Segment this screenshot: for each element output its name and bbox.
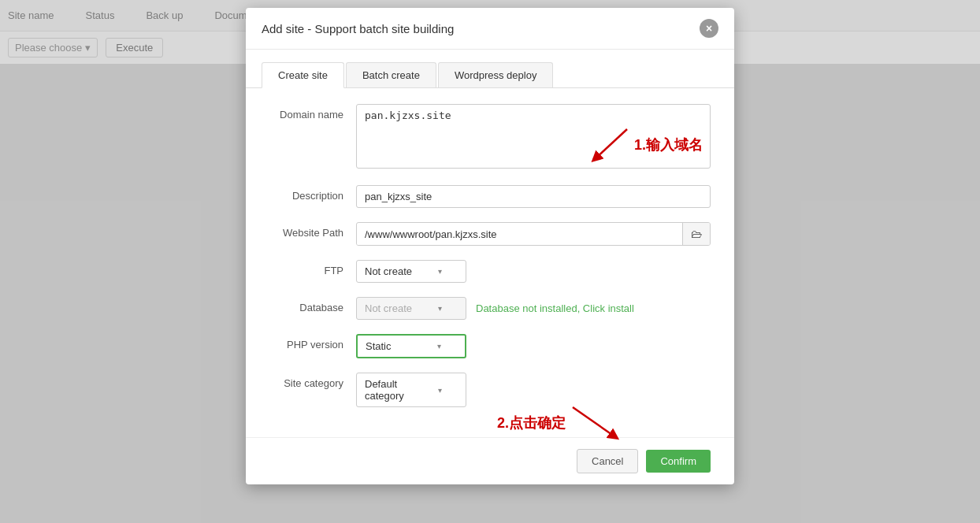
domain-label: Domain name — [269, 104, 356, 121]
database-row: Database Not create ▾ Database not insta… — [269, 297, 711, 320]
modal-title: Add site - Support batch site building — [262, 22, 454, 35]
site-category-select-box[interactable]: Default category ▾ — [356, 373, 466, 407]
database-chevron-icon: ▾ — [438, 304, 442, 313]
modal: Add site - Support batch site building ×… — [246, 8, 734, 484]
site-category-label: Site category — [269, 373, 356, 389]
database-control: Not create ▾ Database not installed, Cli… — [356, 297, 711, 320]
ftp-row: FTP Not create ▾ — [269, 260, 711, 283]
ftp-select-box[interactable]: Not create ▾ — [356, 260, 466, 283]
modal-overlay: Add site - Support batch site building ×… — [0, 0, 980, 523]
php-row: PHP version Static ▾ — [269, 334, 711, 358]
tab-wordpress-deploy[interactable]: Wordpress deploy — [438, 62, 554, 87]
cancel-button[interactable]: Cancel — [577, 449, 638, 473]
confirm-button[interactable]: Confirm — [646, 450, 711, 473]
database-install-link[interactable]: Database not installed, Click install — [476, 302, 634, 314]
form-body: Domain name pan.kjzxs.site — [246, 88, 734, 437]
path-input[interactable] — [357, 224, 682, 245]
php-control: Static ▾ — [356, 334, 711, 358]
php-select-box[interactable]: Static ▾ — [356, 334, 466, 358]
tabs-container: Create site Batch create Wordpress deplo… — [246, 50, 734, 88]
php-chevron-icon: ▾ — [437, 342, 441, 351]
database-label: Database — [269, 297, 356, 313]
ftp-select-value: Not create — [365, 265, 412, 277]
site-category-value: Default category — [365, 378, 438, 402]
ftp-select[interactable]: Not create ▾ — [356, 260, 466, 283]
description-input[interactable] — [356, 185, 711, 208]
tab-create-site[interactable]: Create site — [262, 62, 344, 88]
website-path-row: Website Path 🗁 — [269, 222, 711, 246]
domain-row: Domain name pan.kjzxs.site — [269, 104, 711, 171]
description-control — [356, 185, 711, 208]
database-select-value: Not create — [365, 302, 412, 314]
website-path-control: 🗁 — [356, 222, 711, 246]
close-button[interactable]: × — [700, 19, 718, 38]
ftp-chevron-icon: ▾ — [438, 267, 442, 276]
site-category-select[interactable]: Default category ▾ — [356, 373, 466, 407]
description-row: Description — [269, 185, 711, 208]
modal-footer: 2.点击确定 Cancel Confirm — [246, 437, 734, 484]
folder-button[interactable]: 🗁 — [682, 223, 710, 245]
php-select-value: Static — [366, 340, 392, 352]
modal-header: Add site - Support batch site building × — [246, 8, 734, 50]
ftp-label: FTP — [269, 260, 356, 276]
path-input-wrap: 🗁 — [356, 222, 711, 246]
domain-control: pan.kjzxs.site 1.输入域名 — [356, 104, 711, 171]
php-select[interactable]: Static ▾ — [356, 334, 466, 358]
ftp-control: Not create ▾ — [356, 260, 711, 283]
database-select[interactable]: Not create ▾ — [356, 297, 466, 320]
description-label: Description — [269, 185, 356, 202]
site-category-row: Site category Default category ▾ — [269, 373, 711, 407]
site-category-chevron-icon: ▾ — [438, 386, 442, 395]
domain-input[interactable]: pan.kjzxs.site — [356, 104, 711, 169]
database-select-box[interactable]: Not create ▾ — [356, 297, 466, 320]
php-label: PHP version — [269, 334, 356, 351]
tab-batch-create[interactable]: Batch create — [346, 62, 436, 87]
site-category-control: Default category ▾ — [356, 373, 711, 407]
website-path-label: Website Path — [269, 222, 356, 239]
